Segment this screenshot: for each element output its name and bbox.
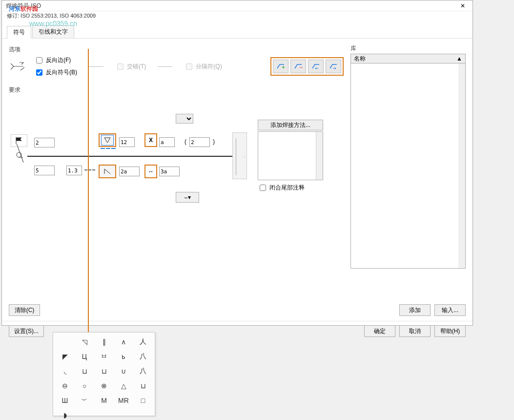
field-bottom-left2[interactable] <box>66 166 82 175</box>
symbol-toolbar: + − <box>270 57 344 76</box>
field-top-count[interactable] <box>119 137 135 147</box>
dash-indicator-top <box>101 148 116 149</box>
span-symbol-button[interactable]: ↔ <box>144 165 157 178</box>
add-button[interactable]: 添加 <box>399 304 431 316</box>
weld-preview-icon <box>9 58 25 75</box>
symbol-picker-cell[interactable]: ◤ <box>55 349 75 364</box>
toolbar-right-button[interactable] <box>326 60 341 73</box>
library-header[interactable]: 名称 ▲ <box>350 54 466 63</box>
symbol-picker-cell[interactable] <box>75 408 94 420</box>
clear-button[interactable]: 清除(C) <box>9 304 40 316</box>
symbol-picker-cell[interactable]: ь <box>114 349 133 364</box>
field-top-spacing[interactable] <box>159 137 175 147</box>
symbol-picker-cell[interactable]: ⊗ <box>94 378 114 393</box>
symbol-picker-cell[interactable]: ∧ <box>114 335 133 349</box>
symbol-picker-popup: ◹‖∧人◤Цㅂь八◟⊔⊔∪八⊖○⊗△⊔Ш︶MMR□◗ <box>53 332 155 416</box>
symbol-picker-cell[interactable]: ︶ <box>75 393 94 408</box>
library-label: 库 <box>350 43 466 54</box>
paren-open: ( <box>185 138 186 145</box>
symbol-picker-cell[interactable]: 人 <box>133 335 153 349</box>
divider-2 <box>158 66 172 67</box>
add-weld-method-button[interactable]: 添加焊接方法... <box>258 120 323 130</box>
field-bottom-count[interactable] <box>119 167 140 176</box>
symbol-picker-cell[interactable]: 八 <box>133 349 153 364</box>
svg-text:−: − <box>299 64 303 70</box>
symbol-picker-cell[interactable]: MR <box>114 393 133 408</box>
window-title: 焊接符号 ISO <box>6 0 41 11</box>
symbol-picker-cell[interactable]: ◹ <box>75 335 94 349</box>
sort-arrow-icon: ▲ <box>456 55 462 62</box>
settings-button[interactable]: 设置(S)... <box>9 325 44 337</box>
reverse-symbol-checkbox[interactable]: 反向符号(B) <box>34 68 77 77</box>
cancel-button[interactable]: 取消 <box>399 325 431 337</box>
requirements-label: 要求 <box>9 84 344 96</box>
symbol-picker-cell[interactable] <box>114 408 133 420</box>
flag-icon[interactable] <box>11 134 27 147</box>
toolbar-remove-button[interactable]: − <box>290 60 306 73</box>
weld-method-list[interactable] <box>258 131 323 180</box>
help-button[interactable]: 帮助(H) <box>434 325 466 337</box>
symbol-picker-cell[interactable]: ∪ <box>114 364 133 378</box>
symbol-picker-cell[interactable]: Ц <box>75 349 94 364</box>
symbol-picker-cell[interactable]: Ш <box>55 393 75 408</box>
symbol-picker-cell[interactable] <box>133 408 153 420</box>
revision-label: 修订: ISO 2553:2013, ISO 4063:2009 <box>2 11 473 21</box>
field-top-pitch[interactable] <box>189 137 210 147</box>
tab-bar: 符号 引线和文字 <box>2 22 473 39</box>
library-list[interactable] <box>350 63 466 269</box>
symbol-picker-cell[interactable]: ‖ <box>94 335 114 349</box>
svg-text:+: + <box>282 64 285 70</box>
close-button[interactable]: ✕ <box>457 0 469 11</box>
multiply-symbol-button[interactable]: X <box>144 133 157 147</box>
top-symbol-dropdown[interactable] <box>176 114 193 124</box>
dash-indicator-bottom <box>84 169 95 170</box>
symbol-picker-cell[interactable]: □ <box>133 393 153 408</box>
symbol-picker-cell[interactable]: ⊖ <box>55 378 75 393</box>
symbol-picker-cell[interactable]: ◗ <box>55 408 75 420</box>
requirements-area: X ( ) ↔ ⌣ ▾ 添加焊接方法... 闭合尾部注释 <box>9 106 344 243</box>
stagger-checkbox: 交错(T) <box>115 62 146 71</box>
symbol-picker-cell[interactable] <box>94 408 114 420</box>
symbol-picker-cell[interactable]: ㅂ <box>94 349 114 364</box>
symbol-picker-cell[interactable]: ⊔ <box>94 364 114 378</box>
other-side-symbol-button[interactable] <box>99 165 116 178</box>
options-label: 选项 <box>9 43 344 56</box>
weld-symbol-dialog: 焊接符号 ISO ✕ 修订: ISO 2553:2013, ISO 4063:2… <box>1 0 473 326</box>
symbol-picker-cell[interactable]: ◟ <box>55 364 75 378</box>
field-bottom-spacing[interactable] <box>159 167 180 176</box>
tab-symbol[interactable]: 符号 <box>7 26 31 39</box>
field-bottom-left[interactable] <box>34 166 55 175</box>
symbol-picker-cell[interactable]: M <box>94 393 114 408</box>
divider-1 <box>89 66 103 67</box>
tab-leader-text[interactable]: 引线和文字 <box>32 25 74 38</box>
library-column-name: 名称 <box>354 55 366 63</box>
ok-button[interactable]: 确定 <box>364 325 395 337</box>
close-tail-checkbox[interactable]: 闭合尾部注释 <box>258 183 305 192</box>
import-button[interactable]: 输入... <box>434 304 466 316</box>
field-top-left[interactable] <box>34 138 55 147</box>
reverse-side-checkbox[interactable]: 反向边(F) <box>34 56 77 65</box>
paren-close: ) <box>213 138 215 145</box>
titlebar: 焊接符号 ISO ✕ <box>2 0 473 11</box>
toolbar-add-button[interactable]: + <box>273 60 288 73</box>
contour-dropdown[interactable]: ⌣ ▾ <box>176 192 199 203</box>
symbol-picker-cell[interactable]: ⊔ <box>133 378 153 393</box>
divider-checkbox: 分隔符(Q) <box>184 62 222 71</box>
method-scrollbar[interactable] <box>316 132 323 180</box>
symbol-picker-cell[interactable]: ○ <box>75 378 94 393</box>
symbol-picker-cell[interactable]: 八 <box>133 364 153 378</box>
toolbar-left-button[interactable] <box>308 60 324 73</box>
symbol-picker-cell[interactable]: ⊔ <box>75 364 94 378</box>
reference-line <box>27 156 232 157</box>
symbol-picker-cell[interactable]: △ <box>114 378 133 393</box>
arrow-side-symbol-button[interactable] <box>99 133 116 147</box>
direction-toggle[interactable] <box>232 132 247 179</box>
symbol-picker-cell[interactable] <box>55 335 75 349</box>
library-scrollbar[interactable] <box>458 63 465 268</box>
